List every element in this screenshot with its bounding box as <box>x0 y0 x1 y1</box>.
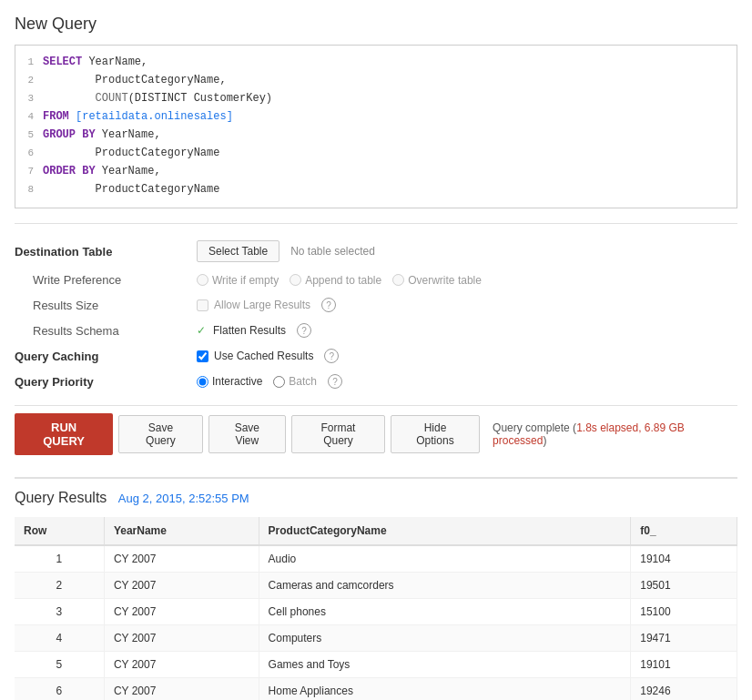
query-priority-label: Query Priority <box>15 375 197 389</box>
format-query-button[interactable]: Format Query <box>291 415 385 453</box>
cell-value: 19246 <box>631 678 737 701</box>
destination-table-controls: Select Table No table selected <box>197 240 737 262</box>
table-row: 6 CY 2007 Home Appliances 19246 <box>15 678 737 701</box>
results-title: Query Results Aug 2, 2015, 2:52:55 PM <box>15 490 737 506</box>
destination-table-row: Destination Table Select Table No table … <box>15 235 737 268</box>
action-bar: RUN QUERY Save Query Save View Format Qu… <box>15 405 737 462</box>
results-schema-row: Results Schema ✓ Flatten Results ? <box>15 318 737 343</box>
query-priority-row: Query Priority Interactive Batch ? <box>15 369 737 394</box>
allow-large-results-label: Allow Large Results <box>214 299 310 311</box>
query-caching-controls: Use Cached Results ? <box>197 349 737 363</box>
write-if-empty-option[interactable]: Write if empty <box>197 274 279 287</box>
select-table-button[interactable]: Select Table <box>197 240 279 262</box>
append-table-label: Append to table <box>305 274 381 287</box>
append-table-radio[interactable] <box>290 274 301 286</box>
cell-year: CY 2007 <box>104 625 259 652</box>
results-table: Row YearName ProductCategoryName f0_ 1 C… <box>15 517 737 700</box>
cell-year: CY 2007 <box>104 599 259 625</box>
hide-options-button[interactable]: Hide Options <box>391 415 480 453</box>
cell-year: CY 2007 <box>104 545 259 573</box>
cell-category: Home Appliances <box>259 678 631 701</box>
code-line-3: 3 COUNT(DISTINCT CustomerKey) <box>15 89 737 107</box>
results-section: Query Results Aug 2, 2015, 2:52:55 PM Ro… <box>15 477 737 700</box>
write-if-empty-radio[interactable] <box>197 274 208 286</box>
flatten-results-help-icon[interactable]: ? <box>297 323 311 338</box>
use-cached-results-help-icon[interactable]: ? <box>324 349 339 363</box>
results-title-text: Query Results <box>15 490 107 505</box>
write-preference-label: Write Preference <box>15 273 197 287</box>
allow-large-results-option[interactable]: Allow Large Results <box>197 299 310 311</box>
results-schema-controls: ✓ Flatten Results ? <box>197 323 737 338</box>
results-table-header-row: Row YearName ProductCategoryName f0_ <box>15 517 737 545</box>
cell-value: 19101 <box>631 652 737 678</box>
code-line-6: 6 ProductCategoryName <box>15 144 737 162</box>
query-priority-controls: Interactive Batch ? <box>197 374 737 389</box>
cell-category: Audio <box>259 545 631 573</box>
query-caching-row: Query Caching Use Cached Results ? <box>15 343 737 369</box>
cell-category: Games and Toys <box>259 652 631 678</box>
table-row: 1 CY 2007 Audio 19104 <box>15 545 737 573</box>
save-view-button[interactable]: Save View <box>208 415 287 453</box>
col-header-yearname: YearName <box>104 517 259 545</box>
overwrite-table-radio[interactable] <box>392 274 404 286</box>
write-preference-controls: Write if empty Append to table Overwrite… <box>197 274 737 287</box>
cell-value: 19471 <box>631 625 737 652</box>
interactive-priority-option[interactable]: Interactive <box>197 375 262 388</box>
col-header-row: Row <box>15 517 104 545</box>
cell-row-num: 5 <box>15 652 104 678</box>
batch-priority-label: Batch <box>289 375 317 388</box>
page-container: New Query 1 SELECT YearName, 2 ProductCa… <box>0 0 752 700</box>
page-title: New Query <box>15 15 737 34</box>
destination-table-label: Destination Table <box>15 245 197 259</box>
code-line-8: 8 ProductCategoryName <box>15 180 737 198</box>
allow-large-results-help-icon[interactable]: ? <box>321 298 336 312</box>
code-line-4: 4 FROM [retaildata.onlinesales] <box>15 107 737 126</box>
priority-help-icon[interactable]: ? <box>328 374 342 389</box>
run-query-button[interactable]: RUN QUERY <box>15 413 113 455</box>
use-cached-results-checkbox[interactable] <box>197 350 208 362</box>
code-line-5: 5 GROUP BY YearName, <box>15 126 737 144</box>
query-caching-label: Query Caching <box>15 350 197 363</box>
batch-priority-option[interactable]: Batch <box>273 375 317 388</box>
allow-large-results-checkbox[interactable] <box>197 299 208 311</box>
no-table-text: No table selected <box>290 245 375 258</box>
results-size-controls: Allow Large Results ? <box>197 298 737 312</box>
col-header-f0: f0_ <box>631 517 737 545</box>
table-row: 2 CY 2007 Cameras and camcorders 19501 <box>15 573 737 599</box>
cell-value: 19501 <box>631 573 737 599</box>
cell-value: 15100 <box>631 599 737 625</box>
cell-category: Computers <box>259 625 631 652</box>
write-if-empty-label: Write if empty <box>212 274 279 287</box>
flatten-results-option[interactable]: ✓ Flatten Results <box>197 324 286 337</box>
options-section: Destination Table Select Table No table … <box>15 223 737 394</box>
results-size-label: Results Size <box>15 299 197 312</box>
append-table-option[interactable]: Append to table <box>290 274 381 287</box>
cell-category: Cameras and camcorders <box>259 573 631 599</box>
flatten-results-label: Flatten Results <box>213 324 286 337</box>
cell-row-num: 6 <box>15 678 104 701</box>
cell-year: CY 2007 <box>104 573 259 599</box>
code-line-2: 2 ProductCategoryName, <box>15 71 737 89</box>
use-cached-results-option[interactable]: Use Cached Results <box>197 350 313 362</box>
code-editor[interactable]: 1 SELECT YearName, 2 ProductCategoryName… <box>15 45 737 208</box>
save-query-button[interactable]: Save Query <box>118 415 202 453</box>
overwrite-table-label: Overwrite table <box>408 274 482 287</box>
batch-priority-radio[interactable] <box>273 376 285 388</box>
code-line-1: 1 SELECT YearName, <box>15 53 737 71</box>
elapsed-text: 1.8s elapsed, 6.89 GB processed <box>493 421 685 447</box>
interactive-priority-radio[interactable] <box>197 376 208 388</box>
cell-row-num: 1 <box>15 545 104 573</box>
overwrite-table-option[interactable]: Overwrite table <box>392 274 482 287</box>
use-cached-results-label: Use Cached Results <box>214 350 313 362</box>
cell-year: CY 2007 <box>104 652 259 678</box>
cell-category: Cell phones <box>259 599 631 625</box>
cell-value: 19104 <box>631 545 737 573</box>
cell-row-num: 3 <box>15 599 104 625</box>
write-preference-row: Write Preference Write if empty Append t… <box>15 268 737 292</box>
code-line-7: 7 ORDER BY YearName, <box>15 162 737 180</box>
checkmark-icon: ✓ <box>197 324 206 337</box>
cell-row-num: 2 <box>15 573 104 599</box>
query-status-text: Query complete (1.8s elapsed, 6.89 GB pr… <box>493 421 685 447</box>
table-row: 3 CY 2007 Cell phones 15100 <box>15 599 737 625</box>
results-timestamp: Aug 2, 2015, 2:52:55 PM <box>118 492 249 505</box>
